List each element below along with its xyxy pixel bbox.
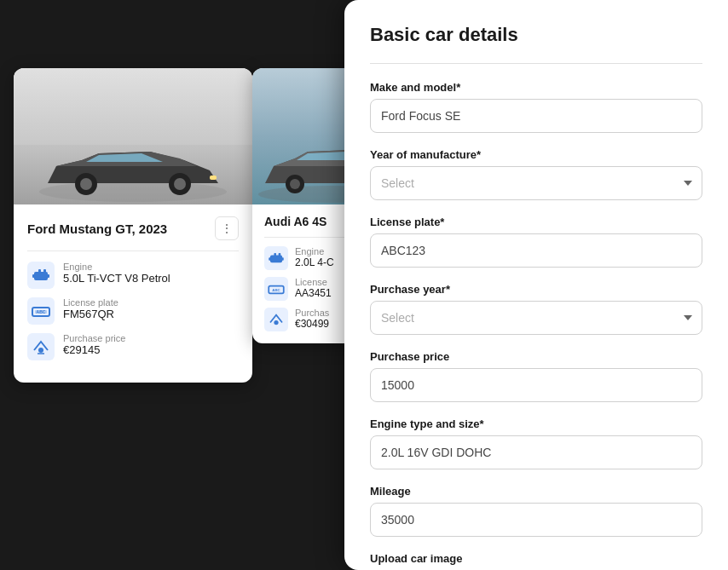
purchase-price-input[interactable] [370, 368, 702, 402]
audi-price-label: Purchas [295, 308, 329, 318]
purchase-year-wrapper: Select 2018 2019 2020 2021 2022 2023 202… [370, 301, 702, 335]
mustang-engine-label: Engine [63, 262, 170, 272]
make-model-input[interactable] [370, 99, 702, 133]
svg-point-2 [80, 178, 92, 190]
plate-icon: ABC [27, 297, 55, 325]
audi-price-value: €30499 [295, 318, 329, 330]
audi-plate-icon: ABC [264, 277, 288, 301]
audi-price-icon [264, 308, 288, 331]
mustang-car-svg [31, 128, 235, 204]
mustang-plate-value: FM567QR [63, 308, 118, 320]
svg-rect-5 [210, 176, 217, 180]
make-model-group: Make and model* [370, 81, 702, 133]
svg-rect-16 [27, 333, 55, 360]
audi-title: Audi A6 4S [264, 215, 326, 228]
svg-rect-25 [269, 257, 272, 261]
svg-point-20 [290, 179, 300, 189]
svg-point-33 [274, 320, 278, 325]
year-manufacture-label: Year of manufacture* [370, 148, 702, 161]
year-manufacture-group: Year of manufacture* Select 2018 2019 20… [370, 148, 702, 200]
audi-engine-icon [264, 246, 288, 270]
svg-rect-32 [264, 308, 288, 331]
svg-point-4 [174, 178, 186, 190]
make-model-label: Make and model* [370, 81, 702, 94]
form-title: Basic car details [370, 24, 702, 46]
engine-type-label: Engine type and size* [370, 417, 702, 430]
svg-rect-28 [279, 253, 281, 256]
mustang-title: Ford Mustang GT, 2023 [27, 222, 167, 236]
mustang-engine-row: Engine 5.0L Ti-VCT V8 Petrol [27, 262, 239, 289]
card-body-mustang: Ford Mustang GT, 2023 ⋮ Engine 5.0L Ti-V… [14, 204, 252, 383]
mustang-price-row: Purchase price €29145 [27, 333, 239, 360]
purchase-price-label: Purchase price [370, 350, 702, 363]
year-manufacture-select[interactable]: Select 2018 2019 2020 2021 2022 2023 202… [370, 166, 702, 200]
purchase-year-group: Purchase year* Select 2018 2019 2020 202… [370, 283, 702, 335]
svg-rect-24 [270, 256, 282, 263]
svg-text:ABC: ABC [272, 288, 280, 292]
svg-rect-9 [46, 274, 49, 278]
svg-rect-26 [280, 257, 284, 261]
svg-text:ABC: ABC [37, 309, 46, 314]
engine-icon [27, 262, 55, 289]
svg-point-17 [38, 348, 43, 353]
car-card-mustang: Ford Mustang GT, 2023 ⋮ Engine 5.0L Ti-V… [14, 68, 252, 383]
engine-type-group: Engine type and size* [370, 417, 702, 469]
upload-image-group: Upload car image Choose a file [370, 552, 702, 570]
audi-engine-label: Engine [295, 246, 334, 256]
audi-engine-value: 2.0L 4-C [295, 256, 334, 268]
mustang-photo [14, 68, 252, 204]
svg-rect-8 [32, 274, 36, 278]
year-select-wrapper: Select 2018 2019 2020 2021 2022 2023 202… [370, 166, 702, 200]
audi-plate-value: AA3451 [295, 287, 332, 299]
svg-point-0 [39, 181, 227, 202]
purchase-year-select[interactable]: Select 2018 2019 2020 2021 2022 2023 202… [370, 301, 702, 335]
mustang-plate-row: ABC License plate FM567QR [27, 297, 239, 325]
mileage-input[interactable] [370, 503, 702, 537]
engine-type-input[interactable] [370, 435, 702, 469]
upload-image-label: Upload car image [370, 552, 702, 565]
price-icon [27, 333, 55, 360]
license-plate-label: License plate* [370, 216, 702, 228]
svg-rect-11 [43, 269, 46, 273]
svg-rect-10 [38, 269, 41, 273]
mustang-plate-label: License plate [63, 297, 118, 308]
audi-plate-label: License [295, 277, 332, 287]
card-divider [27, 250, 239, 251]
license-plate-input[interactable] [370, 233, 702, 268]
svg-rect-7 [34, 272, 48, 280]
car-cards-area: Ford Mustang GT, 2023 ⋮ Engine 5.0L Ti-V… [0, 68, 324, 383]
mustang-price-value: €29145 [63, 343, 125, 356]
form-divider [370, 63, 702, 64]
mustang-more-button[interactable]: ⋮ [215, 216, 239, 240]
purchase-year-label: Purchase year* [370, 283, 702, 296]
mileage-group: Mileage [370, 485, 702, 537]
purchase-price-group: Purchase price [370, 350, 702, 402]
mustang-price-label: Purchase price [63, 333, 125, 343]
form-panel: Basic car details Make and model* Year o… [344, 0, 728, 570]
svg-rect-27 [274, 253, 276, 256]
mileage-label: Mileage [370, 485, 702, 498]
license-plate-group: License plate* [370, 216, 702, 268]
mustang-engine-value: 5.0L Ti-VCT V8 Petrol [63, 272, 170, 285]
